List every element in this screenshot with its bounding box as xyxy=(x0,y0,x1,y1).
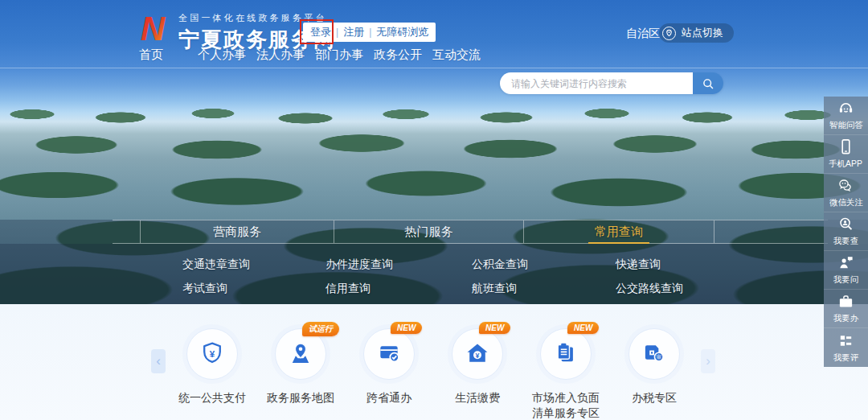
search-input[interactable] xyxy=(500,72,693,94)
tab-label: 常用查询 xyxy=(595,224,643,240)
query-link-case-progress[interactable]: 办件进度查询 xyxy=(326,257,472,272)
query-link-exam[interactable]: 考试查询 xyxy=(182,282,326,296)
tab-business-services[interactable]: 营商服务 xyxy=(140,220,334,243)
service-gov-map[interactable]: 试运行 政务服务地图 xyxy=(256,328,345,420)
service-cross-province[interactable]: NEW 跨省通办 xyxy=(345,328,433,420)
service-row: ¥ 统一公共支付 试运行 政务服务地图 NEW xyxy=(168,328,698,420)
service-circle xyxy=(363,328,415,380)
query-link-credit[interactable]: 信用查询 xyxy=(326,282,472,296)
search-icon xyxy=(702,77,714,90)
sidebar-label: 智能问答 xyxy=(829,119,863,130)
sidebar-label: 我要问 xyxy=(833,274,858,285)
tabbar-inner: 营商服务 热门服务 常用查询 xyxy=(113,220,828,244)
sidebar-label: 我要评 xyxy=(833,352,858,363)
service-circle xyxy=(540,328,592,380)
service-circle: ¥ xyxy=(452,328,503,380)
sidebar-item-i-want-to-search[interactable]: 我要查 xyxy=(824,212,868,251)
sidebar-label: 我要办 xyxy=(833,312,858,323)
carousel-prev-button[interactable]: ‹ xyxy=(151,349,166,373)
query-link-traffic-violation[interactable]: 交通违章查询 xyxy=(182,257,326,272)
svg-text:¥: ¥ xyxy=(476,352,480,360)
mobile-phone-icon xyxy=(837,138,854,155)
service-tabbar: 营商服务 热门服务 常用查询 xyxy=(0,220,868,244)
map-pin-icon xyxy=(288,341,313,367)
tab-common-queries[interactable]: 常用查询 xyxy=(523,220,714,243)
evaluate-list-icon xyxy=(837,332,854,349)
separator: | xyxy=(336,27,338,38)
ningxia-gov-portal-page: N 全国一体化在线政务服务平台 宁夏政务服务网 登录 | 注册 | 无障碍浏览 … xyxy=(0,0,868,420)
login-link[interactable]: 登录 xyxy=(310,25,331,39)
location-pin-icon xyxy=(662,27,676,40)
trial-badge: 试运行 xyxy=(302,322,339,336)
tab-hot-services[interactable]: 热门服务 xyxy=(334,220,523,243)
separator: | xyxy=(369,27,371,38)
account-links: 登录 | 注册 | 无障碍浏览 xyxy=(303,23,436,42)
nav-item-legal-person[interactable]: 法人办事 xyxy=(256,47,305,63)
service-label: 市场准入负面清单服务专区 xyxy=(527,390,604,420)
svg-text:¥: ¥ xyxy=(210,349,215,359)
nav-item-home[interactable]: 首页 xyxy=(139,47,163,63)
sidebar-label: 我要查 xyxy=(833,235,858,246)
sidebar-item-wechat[interactable]: 微信关注 xyxy=(824,174,868,212)
new-badge: NEW xyxy=(479,322,510,334)
sidebar-label: 微信关注 xyxy=(829,196,863,208)
main-nav: 首页 个人办事 法人办事 部门办事 政务公开 互动交流 xyxy=(139,47,491,63)
nav-item-interaction[interactable]: 互动交流 xyxy=(432,47,481,63)
service-unified-payment[interactable]: ¥ 统一公共支付 xyxy=(168,328,256,420)
query-link-bus-route[interactable]: 公交路线查询 xyxy=(616,282,752,296)
sidebar-item-smart-qa[interactable]: 智能问答 xyxy=(824,97,868,135)
ask-person-icon xyxy=(837,254,854,271)
site-switch-label: 站点切换 xyxy=(682,26,723,40)
accessibility-link[interactable]: 无障碍浏览 xyxy=(376,25,428,39)
nav-item-department[interactable]: 部门办事 xyxy=(315,47,363,63)
service-label: 办税专区 xyxy=(632,390,677,406)
service-circle: 审 xyxy=(628,328,680,380)
tab-spacer xyxy=(113,220,140,243)
query-link-flight[interactable]: 航班查询 xyxy=(472,282,616,296)
service-tax-zone[interactable]: 审 办税专区 xyxy=(610,328,698,420)
service-life-payment[interactable]: NEW ¥ 生活缴费 xyxy=(433,328,522,420)
svg-text:审: 审 xyxy=(656,354,661,360)
wechat-icon xyxy=(837,177,854,194)
sidebar-label: 手机APP xyxy=(829,158,863,169)
tab-spacer xyxy=(714,220,828,243)
query-link-housing-fund[interactable]: 公积金查询 xyxy=(472,257,616,272)
service-market-access-negative-list[interactable]: NEW 市场准入负面清单服务专区 xyxy=(522,328,610,420)
shield-yuan-icon: ¥ xyxy=(199,341,225,367)
clipboard-icon xyxy=(553,341,579,367)
site-switch-button[interactable]: 站点切换 xyxy=(659,23,734,43)
service-label: 统一公共支付 xyxy=(178,390,246,406)
sidebar-item-i-want-to-handle[interactable]: 我要办 xyxy=(824,290,868,328)
common-query-panel: 交通违章查询 办件进度查询 公积金查询 快递查询 考试查询 信用查询 航班查询 … xyxy=(0,244,868,304)
nav-item-gov-info[interactable]: 政务公开 xyxy=(374,47,422,63)
search-button[interactable] xyxy=(693,72,723,94)
featured-services-section: ‹ ¥ 统一公共支付 试运行 xyxy=(0,304,868,420)
service-label: 生活缴费 xyxy=(455,390,500,406)
floating-sidebar: 智能问答 手机APP 微信关注 我要查 xyxy=(824,97,868,367)
new-badge: NEW xyxy=(391,322,422,334)
new-badge: NEW xyxy=(567,322,599,334)
search-person-icon xyxy=(837,216,854,233)
region-label: 自治区 xyxy=(626,27,660,41)
header-divider xyxy=(0,68,868,68)
svg-text:N: N xyxy=(141,10,166,46)
nav-item-personal[interactable]: 个人办事 xyxy=(198,47,246,63)
house-yuan-icon: ¥ xyxy=(465,341,490,367)
headset-icon xyxy=(837,100,854,117)
document-check-icon xyxy=(376,341,402,367)
carousel-next-button[interactable]: › xyxy=(701,349,715,373)
service-label: 政务服务地图 xyxy=(267,390,334,406)
site-logo: N xyxy=(139,10,174,46)
query-link-express[interactable]: 快递查询 xyxy=(616,257,752,272)
sidebar-item-i-want-to-review[interactable]: 我要评 xyxy=(824,328,868,367)
search-bar xyxy=(500,72,723,94)
service-circle: ¥ xyxy=(186,328,238,380)
service-label: 跨省通办 xyxy=(366,390,411,406)
query-links-grid: 交通违章查询 办件进度查询 公积金查询 快递查询 考试查询 信用查询 航班查询 … xyxy=(182,257,752,296)
briefcase-icon xyxy=(837,293,854,310)
sidebar-item-mobile-app[interactable]: 手机APP xyxy=(824,135,868,174)
register-link[interactable]: 注册 xyxy=(343,25,364,39)
sidebar-item-i-want-to-ask[interactable]: 我要问 xyxy=(824,251,868,290)
tax-stamp-icon: 审 xyxy=(641,341,667,367)
